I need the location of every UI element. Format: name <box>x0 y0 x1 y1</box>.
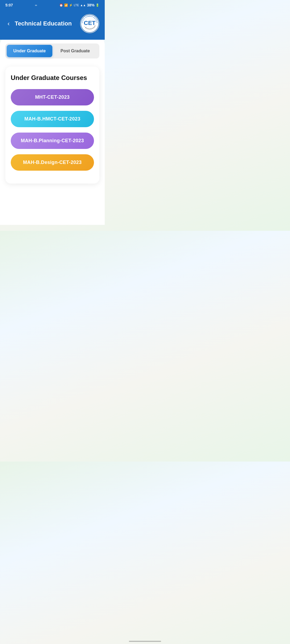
page-title: Technical Education <box>6 20 80 27</box>
course-btn-mah-bdesign[interactable]: MAH-B.Design-CET-2023 <box>11 154 94 171</box>
status-right: ⏰ 📶 ⚡ LTE ▲▲ 38% 🔋 <box>59 3 99 7</box>
alarm-icon: ⏰ <box>59 3 63 7</box>
infinity-icon: ∞ <box>35 3 37 7</box>
svg-text:CET: CET <box>84 20 96 26</box>
course-btn-mah-hmct[interactable]: MAH-B.HMCT-CET-2023 <box>11 111 94 127</box>
tab-container: Under Graduate Post Graduate <box>5 43 99 58</box>
battery-level: 38% <box>87 3 95 7</box>
status-bar: 5:07 ∞ ⏰ 📶 ⚡ LTE ▲▲ 38% 🔋 <box>0 0 105 10</box>
status-time: 5:07 <box>5 3 13 7</box>
course-btn-mht-cet[interactable]: MHT-CET-2023 <box>11 89 94 105</box>
bluetooth-icon: ⚡ <box>69 3 73 7</box>
status-icons: ∞ <box>35 3 37 7</box>
tab-post-graduate[interactable]: Post Graduate <box>52 45 98 57</box>
header: ‹ Technical Education STATE COMMON ENTRA… <box>0 10 105 40</box>
network-bars: ▲▲ <box>80 3 86 7</box>
courses-card: Under Graduate Courses MHT-CET-2023 MAH-… <box>5 67 99 184</box>
lte-icon: LTE <box>74 3 79 7</box>
battery-icon: 🔋 <box>96 3 99 7</box>
cet-logo: STATE COMMON ENTRANCE TEST CELL CET • MA… <box>80 14 99 33</box>
signal-icon: 📶 <box>64 3 68 7</box>
main-content: Under Graduate Post Graduate Under Gradu… <box>0 37 105 225</box>
tab-under-graduate[interactable]: Under Graduate <box>7 45 52 57</box>
course-btn-mah-bplanning[interactable]: MAH-B.Planning-CET-2023 <box>11 133 94 149</box>
courses-title: Under Graduate Courses <box>11 74 94 82</box>
